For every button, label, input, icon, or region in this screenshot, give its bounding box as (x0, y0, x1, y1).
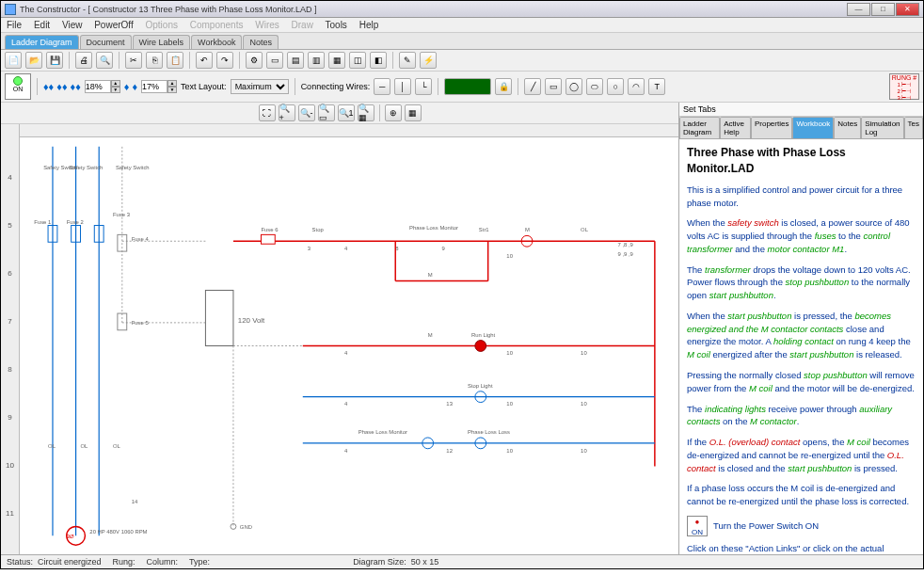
menu-file[interactable]: File (7, 20, 22, 30)
shape-line-icon[interactable]: ╱ (524, 78, 541, 95)
maximize-button[interactable]: □ (871, 3, 895, 16)
zoom1-input[interactable] (85, 80, 111, 93)
wand-icon[interactable]: ✎ (399, 52, 416, 69)
set-tabs-label[interactable]: Set Tabs (679, 103, 923, 117)
wire-corner-icon[interactable]: └ (415, 78, 432, 95)
redo-icon[interactable]: ↷ (216, 52, 233, 69)
zoom1-spinner[interactable]: ▲▼ (85, 80, 120, 93)
svg-rect-17 (205, 290, 233, 345)
stab-simlog[interactable]: Simulation Log (861, 117, 903, 138)
svg-text:3Ø: 3Ø (67, 534, 74, 539)
tool4-icon[interactable]: ▥ (308, 52, 325, 69)
menu-view[interactable]: View (62, 20, 83, 30)
zoom2-input[interactable] (141, 80, 167, 93)
svg-text:M: M (428, 332, 433, 338)
power-switch[interactable]: ON (5, 73, 31, 100)
copy-icon[interactable]: ⎘ (146, 52, 163, 69)
menu-edit[interactable]: Edit (34, 20, 50, 30)
stab-tes[interactable]: Tes (904, 117, 923, 138)
tool-icon[interactable]: ⚙ (246, 52, 263, 69)
svg-rect-22 (261, 234, 275, 244)
shape-ellipse-icon[interactable]: ⬭ (586, 78, 603, 95)
stab-workbook[interactable]: Workbook (792, 117, 834, 138)
svg-text:OL: OL (48, 443, 56, 449)
lock-icon[interactable]: 🔒 (495, 78, 512, 95)
color-swatch-green[interactable] (444, 78, 491, 95)
tool2-icon[interactable]: ▭ (266, 52, 283, 69)
text-icon[interactable]: T (648, 78, 665, 95)
grid-icon[interactable]: ▦ (405, 104, 422, 121)
undo-icon[interactable]: ↶ (196, 52, 213, 69)
schematic-drawing[interactable]: Safety Switch Safety Switch Safety Switc… (20, 137, 678, 554)
svg-text:4: 4 (344, 448, 348, 454)
zoom-fit-icon[interactable]: ⛶ (259, 104, 276, 121)
tool6-icon[interactable]: ◫ (349, 52, 366, 69)
zoom-sel-icon[interactable]: 🔍▭ (318, 104, 335, 121)
minimize-button[interactable]: — (847, 3, 870, 16)
save-icon[interactable]: 💾 (46, 52, 63, 69)
ruler-left: 4 5 6 7 8 9 10 11 (1, 124, 20, 554)
stab-ladder[interactable]: Ladder Diagram (679, 117, 720, 138)
new-icon[interactable]: 📄 (5, 52, 22, 69)
tool5-icon[interactable]: ▦ (328, 52, 345, 69)
close-button[interactable]: ✕ (896, 3, 919, 16)
shape-arc-icon[interactable]: ◠ (628, 78, 645, 95)
status-bar: Status: Circuit energized Rung: Column: … (1, 554, 923, 568)
workbook-body[interactable]: Three Phase with Phase Loss Monitor.LAD … (679, 139, 923, 554)
svg-text:Str1: Str1 (479, 227, 489, 232)
cut-icon[interactable]: ✂ (125, 52, 142, 69)
drops-icon: ♦♦ ♦♦ ♦♦ (43, 81, 81, 92)
tab-notes[interactable]: Notes (243, 35, 279, 49)
menu-poweroff[interactable]: PowerOff (94, 20, 134, 30)
power-switch-icon[interactable]: ●ON (687, 516, 708, 536)
power-lamp-icon (13, 76, 23, 86)
svg-text:10: 10 (581, 350, 587, 356)
wb-p1: This is a simplified control and power c… (687, 184, 916, 210)
print-icon[interactable]: 🖨 (75, 52, 92, 69)
main-tab-row: Ladder Diagram Document Wire Labels Work… (1, 33, 923, 50)
svg-text:Safety Switch: Safety Switch (70, 165, 104, 170)
zoom2-spinner[interactable]: ▲▼ (141, 80, 177, 93)
toolbar-2: ON ♦♦ ♦♦ ♦♦ ▲▼ ♦ ♦ ▲▼ Text Layout: Maxim… (1, 72, 923, 103)
wire-h-icon[interactable]: ─ (374, 78, 390, 95)
target-icon[interactable]: ⊕ (385, 104, 402, 121)
zoom-all-icon[interactable]: 🔍▦ (358, 104, 374, 121)
tab-document[interactable]: Document (80, 35, 132, 49)
toolbar-1: 📄 📂 💾 🖨 🔍 ✂ ⎘ 📋 ↶ ↷ ⚙ ▭ ▤ ▥ ▦ ◫ ◧ ✎ ⚡ (1, 50, 923, 72)
tab-ladder-diagram[interactable]: Ladder Diagram (5, 35, 79, 49)
tab-workbook[interactable]: Workbook (191, 35, 242, 49)
text-layout-select[interactable]: Maximum (231, 79, 289, 94)
menu-bar: File Edit View PowerOff Options Componen… (1, 18, 923, 33)
svg-text:4: 4 (344, 401, 348, 407)
paste-icon[interactable]: 📋 (167, 52, 183, 69)
menu-tools[interactable]: Tools (326, 20, 347, 30)
wb-p9: Click on these "Action Links" or click o… (687, 542, 916, 554)
shape-circle-icon[interactable]: ○ (607, 78, 624, 95)
svg-text:14: 14 (132, 499, 138, 504)
zoom-out-icon[interactable]: 🔍- (298, 104, 315, 121)
wb-p6: The indicating lights receive power thro… (687, 403, 916, 429)
shape-round-icon[interactable]: ◯ (566, 78, 582, 95)
svg-text:Fuse 6: Fuse 6 (261, 227, 279, 232)
power-on-label: ON (13, 86, 24, 92)
svg-text:10: 10 (506, 253, 513, 259)
zoom-in-icon[interactable]: 🔍+ (279, 104, 295, 121)
wand2-icon[interactable]: ⚡ (420, 52, 437, 69)
wire-v-icon[interactable]: │ (394, 78, 411, 95)
stab-help[interactable]: Active Help (720, 117, 751, 138)
tool7-icon[interactable]: ◧ (370, 52, 387, 69)
shape-rect-icon[interactable]: ▭ (545, 78, 562, 95)
zoom-100-icon[interactable]: 🔍1 (338, 104, 355, 121)
open-icon[interactable]: 📂 (25, 52, 42, 69)
tab-wire-labels[interactable]: Wire Labels (133, 35, 191, 49)
tool3-icon[interactable]: ▤ (287, 52, 304, 69)
stab-notes[interactable]: Notes (834, 117, 861, 138)
schematic-canvas[interactable]: 4 5 6 7 8 9 10 11 (1, 124, 678, 554)
menu-wires: Wires (255, 20, 279, 30)
svg-text:120 Volt: 120 Volt (238, 316, 265, 325)
stab-properties[interactable]: Properties (751, 117, 792, 138)
svg-text:10: 10 (581, 448, 587, 454)
preview-icon[interactable]: 🔍 (96, 52, 113, 69)
menu-help[interactable]: Help (359, 20, 379, 30)
svg-text:Phase Loss Loss: Phase Loss Loss (468, 429, 510, 435)
